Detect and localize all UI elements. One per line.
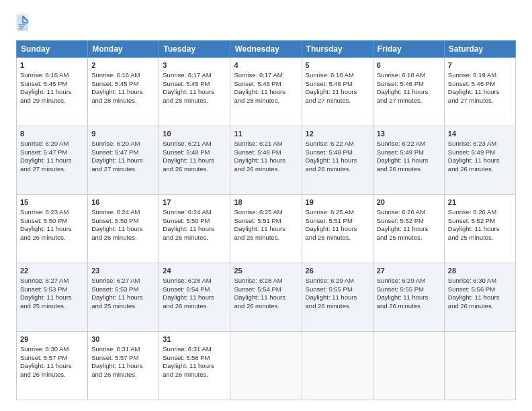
day-number: 1 bbox=[20, 60, 84, 71]
day-info-line: and 26 minutes. bbox=[306, 165, 351, 173]
calendar-cell: 30Sunrise: 6:31 AMSunset: 5:57 PMDayligh… bbox=[88, 332, 159, 400]
calendar-cell: 21Sunrise: 6:26 AMSunset: 5:52 PMDayligh… bbox=[444, 195, 515, 263]
day-info-line: Daylight: 11 hours bbox=[377, 156, 429, 164]
calendar-cell: 5Sunrise: 6:18 AMSunset: 5:46 PMDaylight… bbox=[302, 58, 373, 126]
weekday-header-friday: Friday bbox=[373, 41, 444, 58]
day-info-line: and 27 minutes. bbox=[306, 97, 351, 104]
calendar-cell: 29Sunrise: 6:30 AMSunset: 5:57 PMDayligh… bbox=[17, 332, 88, 400]
day-number: 10 bbox=[163, 129, 226, 139]
day-info-line: and 25 minutes. bbox=[91, 302, 137, 310]
day-info-line: Sunrise: 6:26 AM bbox=[377, 208, 425, 216]
day-info-line: Daylight: 11 hours bbox=[163, 293, 214, 301]
day-info-line: Daylight: 11 hours bbox=[234, 156, 285, 164]
day-info-line: Daylight: 11 hours bbox=[91, 88, 143, 95]
day-info-line: Daylight: 11 hours bbox=[91, 362, 143, 369]
day-info-line: and 26 minutes. bbox=[91, 234, 137, 241]
day-info-line: Sunset: 5:46 PM bbox=[448, 80, 495, 87]
day-info-line: Sunset: 5:49 PM bbox=[448, 148, 495, 156]
day-info-line: and 26 minutes. bbox=[163, 234, 208, 241]
day-info-line: Sunrise: 6:23 AM bbox=[20, 208, 69, 216]
day-info-line: Daylight: 11 hours bbox=[91, 225, 143, 232]
calendar-cell: 17Sunrise: 6:24 AMSunset: 5:50 PMDayligh… bbox=[159, 195, 230, 263]
day-info-line: Sunrise: 6:17 AM bbox=[163, 71, 211, 79]
day-info-line: Sunset: 5:55 PM bbox=[377, 285, 424, 293]
day-number: 13 bbox=[377, 129, 441, 139]
logo bbox=[16, 13, 32, 32]
week-row-3: 15Sunrise: 6:23 AMSunset: 5:50 PMDayligh… bbox=[17, 195, 516, 263]
weekday-header-tuesday: Tuesday bbox=[159, 41, 230, 58]
weekday-header-wednesday: Wednesday bbox=[230, 41, 302, 58]
day-info-line: Sunset: 5:53 PM bbox=[91, 285, 138, 293]
day-info-line: and 26 minutes. bbox=[377, 165, 423, 173]
day-info-line: Sunrise: 6:16 AM bbox=[91, 71, 140, 79]
day-info-line: Daylight: 11 hours bbox=[20, 225, 72, 232]
day-info-line: Sunset: 5:54 PM bbox=[163, 285, 210, 293]
day-number: 9 bbox=[91, 129, 155, 139]
day-number: 30 bbox=[91, 334, 155, 345]
day-info-line: Sunrise: 6:21 AM bbox=[163, 140, 211, 147]
day-info-line: Sunrise: 6:27 AM bbox=[20, 277, 69, 284]
week-row-4: 22Sunrise: 6:27 AMSunset: 5:53 PMDayligh… bbox=[17, 263, 516, 332]
calendar-cell: 8Sunrise: 6:20 AMSunset: 5:47 PMDaylight… bbox=[17, 126, 88, 195]
calendar-cell: 7Sunrise: 6:19 AMSunset: 5:46 PMDaylight… bbox=[444, 58, 515, 126]
day-info-line: Daylight: 11 hours bbox=[448, 225, 500, 232]
day-info-line: and 26 minutes. bbox=[377, 302, 423, 310]
calendar-cell: 12Sunrise: 6:22 AMSunset: 5:48 PMDayligh… bbox=[302, 126, 373, 195]
day-number: 6 bbox=[377, 60, 441, 71]
week-row-2: 8Sunrise: 6:20 AMSunset: 5:47 PMDaylight… bbox=[17, 126, 516, 195]
day-info-line: Sunrise: 6:22 AM bbox=[306, 140, 354, 147]
day-number: 20 bbox=[377, 197, 441, 208]
day-info-line: Sunrise: 6:18 AM bbox=[377, 71, 425, 79]
day-info-line: Sunset: 5:45 PM bbox=[163, 80, 210, 87]
calendar-cell: 1Sunrise: 6:16 AMSunset: 5:45 PMDaylight… bbox=[17, 58, 88, 126]
day-info-line: and 27 minutes. bbox=[448, 97, 494, 104]
weekday-header-monday: Monday bbox=[88, 41, 159, 58]
day-info-line: Sunrise: 6:18 AM bbox=[306, 71, 354, 79]
day-info-line: Sunset: 5:45 PM bbox=[20, 80, 67, 87]
calendar-cell: 20Sunrise: 6:26 AMSunset: 5:52 PMDayligh… bbox=[373, 195, 444, 263]
day-info-line: Sunset: 5:46 PM bbox=[377, 80, 424, 87]
day-number: 31 bbox=[163, 334, 226, 345]
svg-rect-3 bbox=[19, 26, 24, 28]
weekday-header-row: SundayMondayTuesdayWednesdayThursdayFrid… bbox=[17, 41, 516, 58]
calendar-cell: 31Sunrise: 6:31 AMSunset: 5:58 PMDayligh… bbox=[159, 332, 230, 400]
day-info-line: Sunset: 5:46 PM bbox=[234, 80, 281, 87]
day-number: 23 bbox=[91, 266, 155, 276]
calendar-cell: 19Sunrise: 6:25 AMSunset: 5:51 PMDayligh… bbox=[302, 195, 373, 263]
day-info-line: Daylight: 11 hours bbox=[306, 293, 357, 301]
day-info-line: and 27 minutes. bbox=[91, 165, 137, 173]
day-info-line: Daylight: 11 hours bbox=[448, 88, 500, 95]
calendar-cell: 2Sunrise: 6:16 AMSunset: 5:45 PMDaylight… bbox=[88, 58, 159, 126]
calendar-cell: 10Sunrise: 6:21 AMSunset: 5:48 PMDayligh… bbox=[159, 126, 230, 195]
day-info-line: Sunset: 5:54 PM bbox=[234, 285, 281, 293]
day-info-line: Daylight: 11 hours bbox=[377, 225, 429, 232]
day-info-line: Sunrise: 6:30 AM bbox=[20, 345, 69, 353]
calendar-cell bbox=[302, 332, 373, 400]
day-info-line: Sunrise: 6:19 AM bbox=[448, 71, 496, 79]
day-info-line: Daylight: 11 hours bbox=[20, 293, 72, 301]
day-info-line: Sunset: 5:46 PM bbox=[306, 80, 353, 87]
day-info-line: Sunset: 5:45 PM bbox=[91, 80, 138, 87]
calendar-cell: 25Sunrise: 6:28 AMSunset: 5:54 PMDayligh… bbox=[230, 263, 302, 332]
day-info-line: Sunset: 5:50 PM bbox=[20, 217, 67, 224]
day-info-line: Daylight: 11 hours bbox=[163, 225, 214, 232]
day-info-line: Daylight: 11 hours bbox=[91, 156, 143, 164]
calendar-cell: 3Sunrise: 6:17 AMSunset: 5:45 PMDaylight… bbox=[159, 58, 230, 126]
day-info-line: and 28 minutes. bbox=[234, 97, 279, 104]
svg-rect-4 bbox=[19, 28, 23, 30]
day-info-line: and 26 minutes. bbox=[234, 302, 279, 310]
day-info-line: and 28 minutes. bbox=[91, 97, 137, 104]
day-number: 24 bbox=[163, 266, 226, 276]
day-info-line: Daylight: 11 hours bbox=[306, 156, 357, 164]
day-info-line: Daylight: 11 hours bbox=[20, 88, 72, 95]
week-row-5: 29Sunrise: 6:30 AMSunset: 5:57 PMDayligh… bbox=[17, 332, 516, 400]
week-row-1: 1Sunrise: 6:16 AMSunset: 5:45 PMDaylight… bbox=[17, 58, 516, 126]
day-info-line: Sunset: 5:48 PM bbox=[234, 148, 281, 156]
weekday-header-sunday: Sunday bbox=[17, 41, 88, 58]
calendar-cell: 15Sunrise: 6:23 AMSunset: 5:50 PMDayligh… bbox=[17, 195, 88, 263]
calendar-cell: 14Sunrise: 6:23 AMSunset: 5:49 PMDayligh… bbox=[444, 126, 515, 195]
day-info-line: and 26 minutes. bbox=[234, 165, 279, 173]
day-info-line: Sunrise: 6:24 AM bbox=[163, 208, 211, 216]
day-info-line: Sunrise: 6:28 AM bbox=[163, 277, 211, 284]
day-info-line: and 26 minutes. bbox=[306, 302, 351, 310]
